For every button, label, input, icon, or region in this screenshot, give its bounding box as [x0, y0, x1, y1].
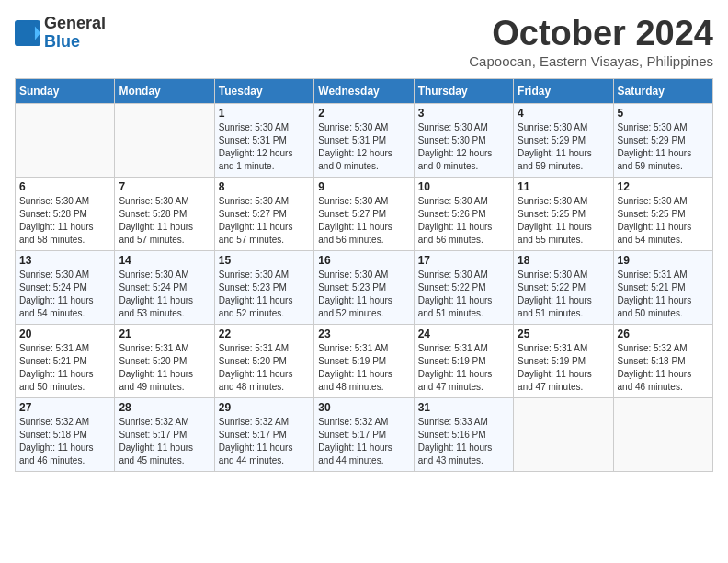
day-number: 30 [318, 401, 409, 414]
day-info: Sunrise: 5:30 AM Sunset: 5:27 PM Dayligh… [219, 195, 310, 247]
day-info: Sunrise: 5:33 AM Sunset: 5:16 PM Dayligh… [418, 416, 509, 467]
day-info: Sunrise: 5:31 AM Sunset: 5:20 PM Dayligh… [219, 342, 310, 394]
day-number: 28 [119, 401, 210, 414]
day-cell: 11Sunrise: 5:30 AM Sunset: 5:25 PM Dayli… [514, 177, 613, 250]
day-cell: 12Sunrise: 5:30 AM Sunset: 5:25 PM Dayli… [613, 177, 712, 250]
day-info: Sunrise: 5:30 AM Sunset: 5:28 PM Dayligh… [119, 195, 210, 247]
day-cell: 7Sunrise: 5:30 AM Sunset: 5:28 PM Daylig… [115, 177, 214, 250]
day-number: 13 [19, 254, 110, 267]
day-number: 23 [318, 327, 409, 340]
day-info: Sunrise: 5:30 AM Sunset: 5:26 PM Dayligh… [418, 195, 509, 247]
header-cell-friday: Friday [514, 78, 613, 103]
day-cell: 23Sunrise: 5:31 AM Sunset: 5:19 PM Dayli… [314, 324, 414, 397]
header-cell-sunday: Sunday [16, 78, 115, 103]
day-cell: 5Sunrise: 5:30 AM Sunset: 5:29 PM Daylig… [613, 103, 712, 177]
day-cell: 6Sunrise: 5:30 AM Sunset: 5:28 PM Daylig… [16, 177, 115, 250]
day-info: Sunrise: 5:30 AM Sunset: 5:27 PM Dayligh… [318, 195, 409, 247]
day-number: 6 [19, 180, 110, 193]
calendar-table: SundayMondayTuesdayWednesdayThursdayFrid… [15, 78, 713, 472]
day-number: 20 [19, 327, 110, 340]
day-info: Sunrise: 5:31 AM Sunset: 5:21 PM Dayligh… [618, 269, 709, 320]
day-cell: 1Sunrise: 5:30 AM Sunset: 5:31 PM Daylig… [214, 103, 313, 177]
day-number: 16 [318, 254, 409, 267]
day-info: Sunrise: 5:30 AM Sunset: 5:29 PM Dayligh… [618, 121, 709, 173]
header-cell-wednesday: Wednesday [314, 78, 414, 103]
calendar-header: SundayMondayTuesdayWednesdayThursdayFrid… [16, 78, 713, 103]
header-cell-saturday: Saturday [613, 78, 712, 103]
day-cell: 4Sunrise: 5:30 AM Sunset: 5:29 PM Daylig… [514, 103, 613, 177]
day-cell: 13Sunrise: 5:30 AM Sunset: 5:24 PM Dayli… [16, 250, 115, 324]
day-info: Sunrise: 5:31 AM Sunset: 5:20 PM Dayligh… [119, 342, 210, 394]
day-info: Sunrise: 5:31 AM Sunset: 5:19 PM Dayligh… [518, 342, 609, 394]
day-info: Sunrise: 5:30 AM Sunset: 5:22 PM Dayligh… [418, 269, 509, 320]
day-number: 14 [119, 254, 210, 267]
day-info: Sunrise: 5:30 AM Sunset: 5:25 PM Dayligh… [518, 195, 609, 247]
day-info: Sunrise: 5:31 AM Sunset: 5:19 PM Dayligh… [418, 342, 509, 394]
logo-icon [15, 20, 40, 46]
calendar-body: 1Sunrise: 5:30 AM Sunset: 5:31 PM Daylig… [16, 103, 713, 471]
day-cell [115, 103, 214, 177]
day-number: 25 [518, 327, 609, 340]
day-number: 27 [19, 401, 110, 414]
svg-rect-2 [17, 21, 35, 44]
logo-line1: General [44, 15, 106, 33]
day-info: Sunrise: 5:31 AM Sunset: 5:19 PM Dayligh… [318, 342, 409, 394]
week-row-4: 20Sunrise: 5:31 AM Sunset: 5:21 PM Dayli… [16, 324, 713, 397]
week-row-3: 13Sunrise: 5:30 AM Sunset: 5:24 PM Dayli… [16, 250, 713, 324]
day-number: 29 [219, 401, 310, 414]
day-cell: 2Sunrise: 5:30 AM Sunset: 5:31 PM Daylig… [314, 103, 414, 177]
header-cell-tuesday: Tuesday [214, 78, 313, 103]
day-info: Sunrise: 5:30 AM Sunset: 5:29 PM Dayligh… [518, 121, 609, 173]
day-info: Sunrise: 5:32 AM Sunset: 5:17 PM Dayligh… [119, 416, 210, 467]
day-info: Sunrise: 5:30 AM Sunset: 5:31 PM Dayligh… [219, 121, 310, 173]
day-number: 3 [418, 107, 509, 120]
day-info: Sunrise: 5:32 AM Sunset: 5:18 PM Dayligh… [19, 416, 110, 467]
day-number: 9 [318, 180, 409, 193]
day-cell [16, 103, 115, 177]
month-title: October 2024 [469, 15, 713, 53]
day-number: 8 [219, 180, 310, 193]
day-info: Sunrise: 5:30 AM Sunset: 5:25 PM Dayligh… [618, 195, 709, 247]
day-cell: 24Sunrise: 5:31 AM Sunset: 5:19 PM Dayli… [414, 324, 513, 397]
day-number: 18 [518, 254, 609, 267]
day-cell: 31Sunrise: 5:33 AM Sunset: 5:16 PM Dayli… [414, 397, 513, 471]
week-row-2: 6Sunrise: 5:30 AM Sunset: 5:28 PM Daylig… [16, 177, 713, 250]
day-info: Sunrise: 5:30 AM Sunset: 5:30 PM Dayligh… [418, 121, 509, 173]
day-cell: 18Sunrise: 5:30 AM Sunset: 5:22 PM Dayli… [514, 250, 613, 324]
day-info: Sunrise: 5:30 AM Sunset: 5:22 PM Dayligh… [518, 269, 609, 320]
day-info: Sunrise: 5:30 AM Sunset: 5:31 PM Dayligh… [318, 121, 409, 173]
day-number: 10 [418, 180, 509, 193]
day-number: 1 [219, 107, 310, 120]
title-block: October 2024 Capoocan, Eastern Visayas, … [469, 15, 713, 69]
day-cell: 20Sunrise: 5:31 AM Sunset: 5:21 PM Dayli… [16, 324, 115, 397]
day-cell: 10Sunrise: 5:30 AM Sunset: 5:26 PM Dayli… [414, 177, 513, 250]
day-cell: 15Sunrise: 5:30 AM Sunset: 5:23 PM Dayli… [214, 250, 313, 324]
day-cell: 26Sunrise: 5:32 AM Sunset: 5:18 PM Dayli… [613, 324, 712, 397]
header-cell-thursday: Thursday [414, 78, 513, 103]
day-info: Sunrise: 5:32 AM Sunset: 5:18 PM Dayligh… [618, 342, 709, 394]
day-number: 17 [418, 254, 509, 267]
day-info: Sunrise: 5:30 AM Sunset: 5:23 PM Dayligh… [318, 269, 409, 320]
logo-line2: Blue [44, 33, 106, 52]
day-cell: 19Sunrise: 5:31 AM Sunset: 5:21 PM Dayli… [613, 250, 712, 324]
day-cell [613, 397, 712, 471]
day-cell: 25Sunrise: 5:31 AM Sunset: 5:19 PM Dayli… [514, 324, 613, 397]
location-subtitle: Capoocan, Eastern Visayas, Philippines [469, 53, 713, 69]
day-number: 7 [119, 180, 210, 193]
day-cell: 8Sunrise: 5:30 AM Sunset: 5:27 PM Daylig… [214, 177, 313, 250]
day-number: 24 [418, 327, 509, 340]
header-row: SundayMondayTuesdayWednesdayThursdayFrid… [16, 78, 713, 103]
day-cell: 22Sunrise: 5:31 AM Sunset: 5:20 PM Dayli… [214, 324, 313, 397]
day-cell: 3Sunrise: 5:30 AM Sunset: 5:30 PM Daylig… [414, 103, 513, 177]
day-cell: 17Sunrise: 5:30 AM Sunset: 5:22 PM Dayli… [414, 250, 513, 324]
day-number: 19 [618, 254, 709, 267]
day-number: 11 [518, 180, 609, 193]
day-cell: 21Sunrise: 5:31 AM Sunset: 5:20 PM Dayli… [115, 324, 214, 397]
day-number: 26 [618, 327, 709, 340]
day-info: Sunrise: 5:30 AM Sunset: 5:28 PM Dayligh… [19, 195, 110, 247]
day-number: 31 [418, 401, 509, 414]
day-cell: 29Sunrise: 5:32 AM Sunset: 5:17 PM Dayli… [214, 397, 313, 471]
logo-text: General Blue [44, 15, 106, 52]
day-info: Sunrise: 5:30 AM Sunset: 5:23 PM Dayligh… [219, 269, 310, 320]
day-cell: 14Sunrise: 5:30 AM Sunset: 5:24 PM Dayli… [115, 250, 214, 324]
